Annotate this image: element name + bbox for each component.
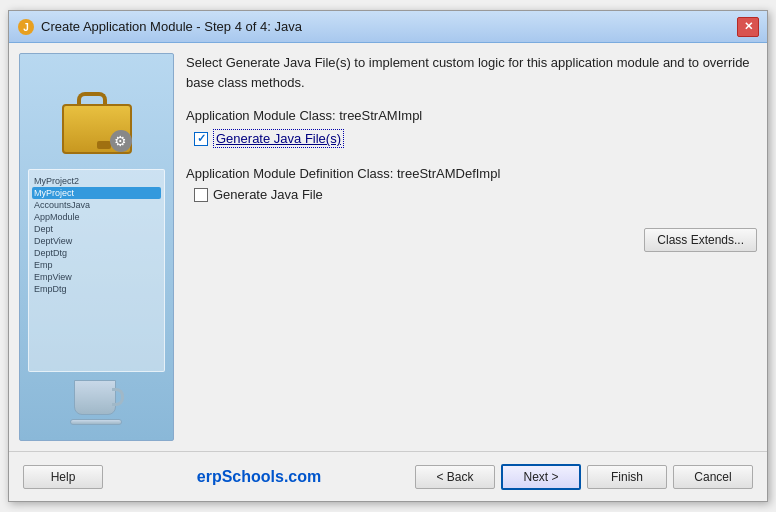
cup-saucer (70, 419, 122, 425)
section2-label: Application Module Definition Class: tre… (186, 166, 757, 181)
footer: Help erpSchools.com < Back Next > Finish… (9, 451, 767, 501)
section1-label: Application Module Class: treeStrAMImpl (186, 108, 757, 123)
section2: Application Module Definition Class: tre… (186, 166, 757, 206)
checkbox2-row: Generate Java File (194, 187, 757, 202)
checkbox1-wrapper[interactable]: Generate Java File(s) (194, 129, 344, 148)
window-title: Create Application Module - Step 4 of 4:… (41, 19, 302, 34)
generate-java-file-checkbox[interactable] (194, 188, 208, 202)
tree-item: Emp (32, 259, 161, 271)
footer-center: erpSchools.com (103, 468, 415, 486)
title-bar-left: J Create Application Module - Step 4 of … (17, 18, 302, 36)
java-icon: J (17, 18, 35, 36)
generate-java-files-label[interactable]: Generate Java File(s) (213, 129, 344, 148)
content-area: ⚙ MyProject2 MyProject AccountsJava AppM… (9, 43, 767, 451)
checkbox2-wrapper[interactable]: Generate Java File (194, 187, 323, 202)
gear-icon: ⚙ (110, 130, 132, 152)
description-text: Select Generate Java File(s) to implemen… (186, 53, 757, 92)
tree-item: EmpDtg (32, 283, 161, 295)
tree-item: DeptDtg (32, 247, 161, 259)
main-window: J Create Application Module - Step 4 of … (8, 10, 768, 502)
tree-item: Dept (32, 223, 161, 235)
close-button[interactable]: ✕ (737, 17, 759, 37)
right-panel: Select Generate Java File(s) to implemen… (186, 53, 757, 441)
left-panel: ⚙ MyProject2 MyProject AccountsJava AppM… (19, 53, 174, 441)
generate-java-files-checkbox[interactable] (194, 132, 208, 146)
tree-item: EmpView (32, 271, 161, 283)
tree-item: DeptView (32, 235, 161, 247)
coffee-cup-icon (69, 380, 124, 425)
svg-text:J: J (23, 22, 29, 33)
cup-body (74, 380, 116, 415)
branding-text: erpSchools.com (197, 468, 321, 485)
tree-item: AppModule (32, 211, 161, 223)
cancel-button[interactable]: Cancel (673, 465, 753, 489)
help-button[interactable]: Help (23, 465, 103, 489)
title-bar: J Create Application Module - Step 4 of … (9, 11, 767, 43)
next-button[interactable]: Next > (501, 464, 581, 490)
tree-item: MyProject2 (32, 175, 161, 187)
checkbox1-row: Generate Java File(s) (194, 129, 757, 148)
generate-java-file-label[interactable]: Generate Java File (213, 187, 323, 202)
back-button[interactable]: < Back (415, 465, 495, 489)
project-tree: MyProject2 MyProject AccountsJava AppMod… (28, 169, 165, 372)
briefcase-latch (97, 141, 111, 149)
finish-button[interactable]: Finish (587, 465, 667, 489)
cup-handle (112, 388, 124, 406)
section1: Application Module Class: treeStrAMImpl … (186, 108, 757, 152)
footer-right: < Back Next > Finish Cancel (415, 464, 753, 490)
briefcase-icon: ⚙ (57, 89, 137, 154)
class-extends-button[interactable]: Class Extends... (644, 228, 757, 252)
tree-item: MyProject (32, 187, 161, 199)
footer-left: Help (23, 465, 103, 489)
tree-item: AccountsJava (32, 199, 161, 211)
